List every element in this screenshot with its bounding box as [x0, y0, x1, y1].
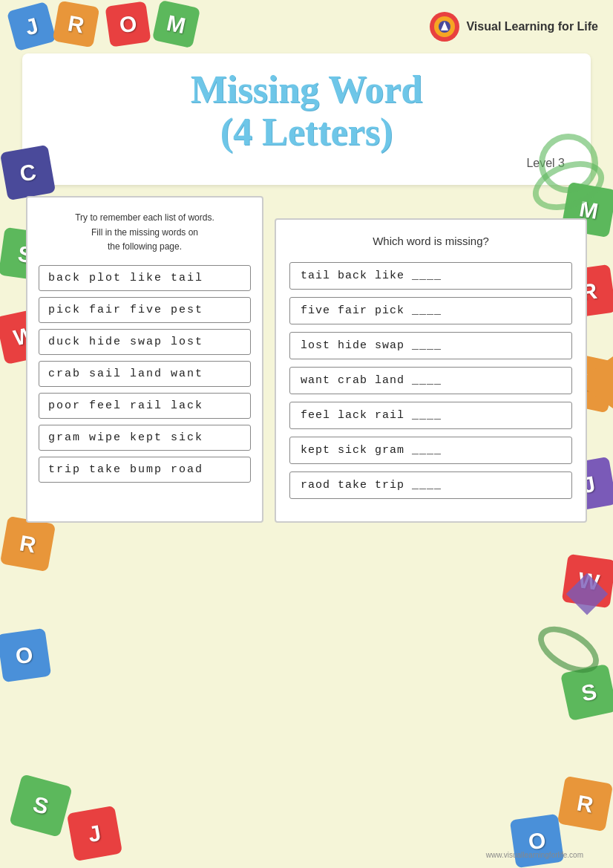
left-panel: Try to remember each list of words. Fill…: [26, 196, 263, 523]
missing-row-5: feel lack rail ____: [289, 402, 572, 429]
instructions-text: Try to remember each list of words. Fill…: [39, 211, 251, 254]
word-row-1: back plot like tail: [39, 265, 251, 291]
content-area: Try to remember each list of words. Fill…: [0, 196, 613, 523]
which-word-title: Which word is missing?: [289, 235, 572, 247]
footer-url: www.visuallearningforlife.com: [486, 851, 583, 859]
missing-row-4: want crab land ____: [289, 367, 572, 394]
word-row-7: trip take bump road: [39, 457, 251, 483]
header: Visual Learning for Life: [0, 0, 613, 53]
main-title-line1: Missing Word: [45, 68, 568, 111]
logo-area: Visual Learning for Life: [15, 11, 598, 42]
main-title-line2: (4 Letters): [45, 111, 568, 153]
right-panel: Which word is missing? tail back like __…: [275, 218, 587, 523]
word-row-2: pick fair five pest: [39, 297, 251, 323]
word-row-5: poor feel rail lack: [39, 393, 251, 419]
word-row-3: duck hide swap lost: [39, 329, 251, 355]
word-row-6: gram wipe kept sick: [39, 425, 251, 451]
missing-row-7: raod take trip ____: [289, 471, 572, 499]
title-box: Missing Word (4 Letters) Level 3: [22, 53, 591, 185]
word-row-4: crab sail land want: [39, 361, 251, 387]
missing-row-2: five fair pick ____: [289, 297, 572, 324]
logo-icon: [429, 11, 460, 42]
logo-text: Visual Learning for Life: [466, 20, 598, 33]
missing-row-3: lost hide swap ____: [289, 332, 572, 359]
missing-row-1: tail back like ____: [289, 262, 572, 290]
missing-row-6: kept sick gram ____: [289, 437, 572, 464]
level-text: Level 3: [45, 157, 565, 170]
